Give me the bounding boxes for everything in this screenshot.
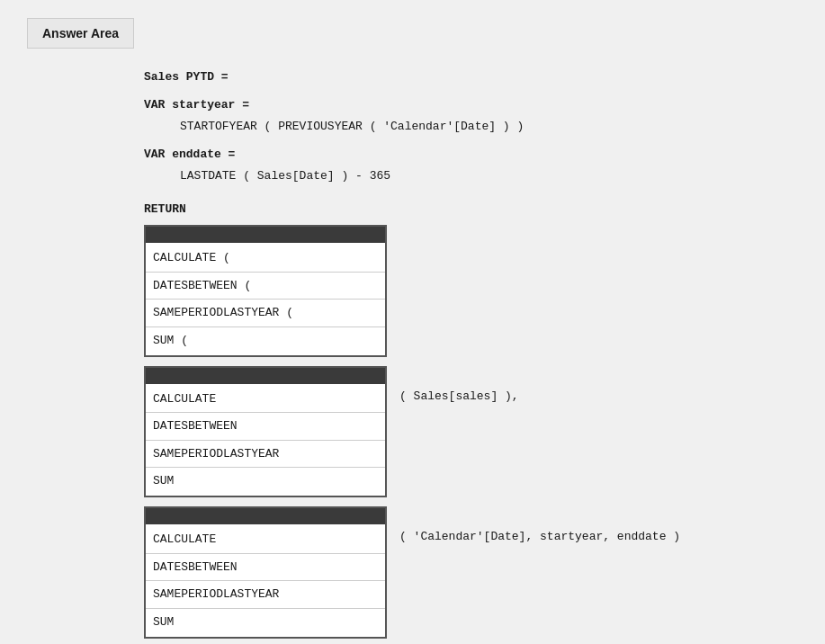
drag-box-2[interactable]: CALCULATE DATESBETWEEN SAMEPERIODLASTYEA… (144, 366, 387, 498)
drag-box-group-2: CALCULATE DATESBETWEEN SAMEPERIODLASTYEA… (144, 366, 825, 498)
drag-box-1-items: CALCULATE ( DATESBETWEEN ( SAMEPERIODLAS… (146, 243, 385, 355)
drag-box-3-suffix: ( 'Calendar'[Date], startyear, enddate ) (399, 506, 680, 547)
drag-box-1-item-1[interactable]: CALCULATE ( (146, 245, 385, 272)
drag-box-3[interactable]: CALCULATE DATESBETWEEN SAMEPERIODLASTYEA… (144, 506, 387, 639)
drag-box-3-item-1[interactable]: CALCULATE (146, 526, 385, 553)
page-container: Answer Area Sales PYTD = VAR startyear =… (0, 0, 825, 644)
drag-box-2-item-3[interactable]: SAMEPERIODLASTYEAR (146, 441, 385, 468)
drag-box-2-items: CALCULATE DATESBETWEEN SAMEPERIODLASTYEA… (146, 384, 385, 496)
drag-box-3-header (146, 508, 385, 524)
drag-box-2-item-4[interactable]: SUM (146, 468, 385, 494)
code-section: Sales PYTD = VAR startyear = STARTOFYEAR… (144, 67, 825, 644)
drag-box-1-item-4[interactable]: SUM ( (146, 327, 385, 353)
drag-box-1-item-2[interactable]: DATESBETWEEN ( (146, 273, 385, 300)
drag-box-2-suffix: ( Sales[sales] ), (399, 366, 519, 407)
code-line-1: Sales PYTD = (144, 67, 825, 87)
drag-box-3-item-2[interactable]: DATESBETWEEN (146, 554, 385, 581)
drag-box-3-item-4[interactable]: SUM (146, 609, 385, 635)
code-line-4: VAR enddate = (144, 144, 825, 165)
header-title: Answer Area (42, 26, 119, 40)
drag-box-group-1: CALCULATE ( DATESBETWEEN ( SAMEPERIODLAS… (144, 225, 825, 357)
answer-area-header: Answer Area (27, 18, 134, 49)
code-line-return: RETURN (144, 199, 825, 219)
drag-box-1-header (146, 227, 385, 243)
drag-box-2-item-1[interactable]: CALCULATE (146, 386, 385, 413)
drag-box-1[interactable]: CALCULATE ( DATESBETWEEN ( SAMEPERIODLAS… (144, 225, 387, 357)
drag-boxes-area: CALCULATE ( DATESBETWEEN ( SAMEPERIODLAS… (144, 225, 825, 644)
drag-box-3-items: CALCULATE DATESBETWEEN SAMEPERIODLASTYEA… (146, 524, 385, 637)
drag-box-3-item-3[interactable]: SAMEPERIODLASTYEAR (146, 581, 385, 608)
code-line-3: STARTOFYEAR ( PREVIOUSYEAR ( 'Calendar'[… (180, 116, 825, 137)
code-line-5: LASTDATE ( Sales[Date] ) - 365 (180, 165, 825, 186)
drag-box-2-item-2[interactable]: DATESBETWEEN (146, 413, 385, 440)
drag-box-2-header (146, 368, 385, 384)
drag-box-group-3: CALCULATE DATESBETWEEN SAMEPERIODLASTYEA… (144, 506, 825, 639)
drag-box-1-item-3[interactable]: SAMEPERIODLASTYEAR ( (146, 300, 385, 326)
code-line-2: VAR startyear = (144, 94, 825, 115)
